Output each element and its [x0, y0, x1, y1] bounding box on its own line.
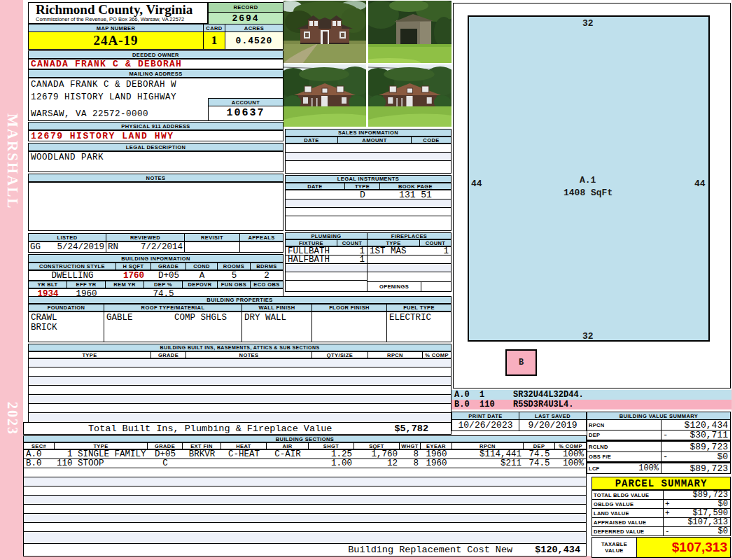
sec-num: A.0: [24, 449, 55, 459]
bvs-value: $30,711: [673, 430, 730, 440]
sec-comp: 100%: [555, 458, 586, 468]
bvs-label: LCF: [589, 465, 599, 472]
col-rpcn: RPCN: [452, 443, 524, 449]
parcel-label: OBLDG VALUE: [592, 500, 664, 508]
col-fuel-type: FUEL TYPE: [387, 304, 451, 311]
col-builtin-type: TYPE: [29, 352, 151, 358]
empty-row: [28, 394, 451, 404]
bvs-sign: -: [662, 430, 673, 440]
col-heat: HEAT: [221, 443, 267, 449]
reviewed-by: RN: [108, 242, 118, 252]
col-sale-amount: AMOUNT: [338, 137, 412, 143]
col-rooms: ROOMS: [218, 263, 251, 270]
notes-label: NOTES: [28, 174, 284, 182]
empty-row: [285, 216, 451, 231]
building-section-row: B.0 110 STOOP C 1.00 12 8 1960 $211 74.5…: [23, 458, 587, 468]
building-info-header-row1: CONSTRUCTION STYLE H SQFT GRADE COND ROO…: [28, 262, 284, 270]
building-properties-values: CRAWL BRICK GABLE COMP SHGLS DRY WALL EL…: [28, 312, 451, 342]
fireplaces-header: TYPE COUNT: [367, 239, 451, 246]
formula-num: 1: [479, 390, 513, 400]
sec-comp: 100%: [555, 449, 586, 459]
col-hsqft: H SQFT: [116, 263, 151, 270]
sketch-dim-right: 44: [694, 178, 706, 189]
plumbing-header: FIXTURE COUNT: [285, 239, 368, 246]
col-bdrms: BDRMS: [251, 263, 283, 270]
col-sec: SEC#: [24, 443, 55, 449]
formula-sec: A.0: [451, 390, 479, 400]
bvs-sign: -: [662, 452, 673, 462]
bvs-label: RPCN: [587, 420, 662, 430]
mailing-address-label: MAILING ADDRESS: [28, 69, 284, 78]
col-air: AIR: [267, 443, 309, 449]
parcel-row-appraised: APPRAISED VALUE $107,313: [592, 517, 731, 527]
sec-rpcn: $211: [452, 458, 524, 468]
bvs-label: RCLND: [587, 442, 662, 451]
print-date-value: 10/26/2023: [451, 419, 519, 431]
taxable-value-label-cell: TAXABLE VALUE: [592, 537, 637, 558]
last-saved-value: 9/20/2019: [519, 419, 587, 431]
bvs-value: $120,434: [673, 420, 730, 430]
sec-num: B.0: [24, 458, 55, 468]
deeded-owner-label: DEEDED OWNER: [28, 50, 284, 59]
sec-ext-fin: BRKVR: [183, 449, 221, 459]
floor-finish-value: [312, 312, 387, 342]
photo-outbuilding: [368, 1, 451, 63]
building-info-header-row2: YR BLT EFF YR REM YR DEP % DEPOVR FUN OB…: [28, 281, 284, 288]
col-book-page: BOOK PAGE: [380, 183, 451, 189]
sec-grade: C: [148, 458, 183, 468]
parcel-value: $0: [674, 499, 730, 509]
taxable-value: $107,313: [672, 540, 730, 555]
formula-code: R5SD3R4U3L4.: [513, 400, 573, 410]
reviewed-date: 7/2/2014: [141, 242, 183, 252]
built-ins-title: BUILDING BUILT INS, BASEMENTS, ATTICS & …: [28, 344, 451, 351]
parcel-value: $89,723: [674, 490, 730, 500]
physical-address-value: 12679 HISTORY LAND HWY: [28, 130, 284, 141]
col-whgt: WHGT: [400, 443, 421, 449]
col-fireplace-type: TYPE: [368, 240, 420, 246]
bvs-row-lcf: LCF 100% $89,723: [587, 463, 731, 474]
mailing-line-3: WARSAW, VA 22572-0000: [31, 109, 148, 119]
taxable-label: TAXABLE VALUE: [599, 541, 630, 554]
acres-value: 0.4520: [225, 31, 284, 50]
built-ins-total-row: Total Built Ins, Plumbing & Fireplace Va…: [23, 422, 451, 435]
formula-sec: B.0: [451, 400, 479, 410]
col-roof: ROOF TYPE/MATERIAL: [104, 304, 242, 311]
photo-house-distant-2: [368, 64, 451, 127]
revisit-label: REVISIT: [184, 233, 240, 241]
parcel-label: APPRAISED VALUE: [592, 518, 664, 526]
building-properties-header: FOUNDATION ROOF TYPE/MATERIAL WALL FINIS…: [28, 304, 451, 312]
building-info-values-row1: DWELLING 1760 D+05 A 5 2: [28, 270, 284, 281]
empty-row: [23, 531, 587, 544]
record-label: RECORD: [209, 3, 283, 13]
empty-row: [28, 385, 451, 395]
empty-row: [28, 412, 451, 423]
empty-row: [285, 280, 368, 292]
sec-type: 1 SINGLE FAMILY: [55, 449, 148, 459]
county-title: Richmond County, Virginia: [29, 3, 207, 16]
col-rem-yr: REM YR: [106, 281, 144, 288]
bvs-pct: 100%: [638, 463, 659, 473]
parcel-label: TOTAL BLDG VALUE: [592, 491, 664, 499]
empty-row: [23, 486, 587, 496]
built-ins-total-label: Total Built Ins, Plumbing & Fireplace Va…: [88, 424, 332, 434]
col-sale-date: DATE: [286, 137, 338, 143]
col-ext-fin: EXT FIN: [183, 443, 221, 449]
sec-eyear: 1960: [421, 449, 452, 459]
sec-eyear: 1960: [421, 458, 452, 468]
bvs-label: DEP: [587, 430, 662, 440]
empty-row: [28, 403, 451, 413]
parcel-summary-title: PARCEL SUMMARY: [592, 477, 731, 490]
col-sale-code: CODE: [412, 137, 451, 143]
col-construction-style: CONSTRUCTION STYLE: [29, 263, 116, 270]
replacement-cost-label: Building Replacement Cost New: [348, 545, 512, 555]
rooms-value: 5: [218, 271, 251, 281]
bvs-row-rpcn: RPCN $120,434: [587, 419, 731, 430]
wall-finish-value: DRY WALL: [242, 312, 312, 342]
bvs-value: $89,723: [673, 442, 730, 452]
empty-row: [285, 160, 451, 174]
empty-row: [23, 468, 587, 477]
replacement-cost-value: $120,434: [535, 545, 580, 555]
replacement-cost-row: Building Replacement Cost New $120,434: [23, 543, 587, 556]
col-cond: COND: [186, 263, 218, 270]
listed-by: GG: [30, 242, 41, 252]
